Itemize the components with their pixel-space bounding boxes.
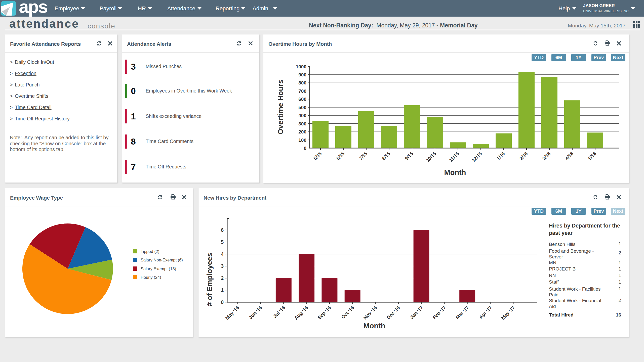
svg-text:11/15: 11/15 [448, 151, 460, 163]
svg-text:4/16: 4/16 [564, 151, 575, 161]
svg-text:Jan '17: Jan '17 [409, 305, 424, 320]
svg-text:1/16: 1/16 [496, 151, 506, 161]
svg-text:0: 0 [304, 146, 306, 151]
svg-text:8/15: 8/15 [381, 151, 391, 161]
svg-text:1000: 1000 [296, 64, 306, 69]
svg-text:800: 800 [298, 80, 306, 85]
svg-text:2: 2 [221, 275, 224, 281]
svg-text:0: 0 [221, 299, 224, 305]
svg-text:Mar '17: Mar '17 [455, 305, 470, 320]
svg-text:500: 500 [298, 105, 306, 110]
svg-text:Sep '16: Sep '16 [316, 305, 332, 320]
svg-text:Nov '16: Nov '16 [363, 305, 378, 321]
svg-text:Feb '17: Feb '17 [432, 305, 447, 320]
svg-text:Month: Month [444, 168, 466, 176]
svg-text:5: 5 [221, 239, 224, 245]
svg-text:10/15: 10/15 [425, 151, 437, 163]
svg-text:2/16: 2/16 [518, 151, 529, 161]
svg-text:Overtime Hours: Overtime Hours [276, 80, 285, 134]
svg-text:3/16: 3/16 [541, 151, 552, 161]
svg-text:700: 700 [298, 88, 306, 94]
svg-text:Jun '16: Jun '16 [248, 305, 263, 320]
svg-text:May '17: May '17 [500, 305, 516, 321]
svg-text:1: 1 [221, 287, 224, 293]
svg-text:4: 4 [221, 251, 224, 257]
svg-text:Jul '16: Jul '16 [272, 305, 286, 319]
svg-text:May '16: May '16 [224, 305, 240, 321]
svg-text:5/16: 5/16 [587, 151, 597, 161]
svg-text:Aug '16: Aug '16 [293, 305, 309, 321]
svg-text:6: 6 [221, 227, 224, 233]
svg-text:600: 600 [298, 97, 306, 102]
svg-text:# of Employees: # of Employees [206, 253, 214, 306]
svg-text:Apr '17: Apr '17 [478, 305, 493, 320]
svg-text:9/15: 9/15 [404, 151, 414, 161]
svg-text:Oct '16: Oct '16 [340, 305, 355, 320]
svg-text:900: 900 [298, 72, 306, 77]
svg-text:Dec '16: Dec '16 [385, 305, 401, 320]
svg-text:6/15: 6/15 [335, 151, 346, 161]
svg-text:100: 100 [298, 138, 306, 143]
svg-text:12/15: 12/15 [471, 151, 483, 163]
svg-text:400: 400 [298, 113, 306, 118]
svg-text:200: 200 [298, 129, 306, 134]
svg-text:3: 3 [221, 263, 224, 269]
svg-text:Month: Month [364, 322, 385, 330]
svg-text:300: 300 [298, 121, 306, 126]
svg-text:7/15: 7/15 [358, 151, 369, 161]
svg-text:5/15: 5/15 [312, 151, 323, 161]
